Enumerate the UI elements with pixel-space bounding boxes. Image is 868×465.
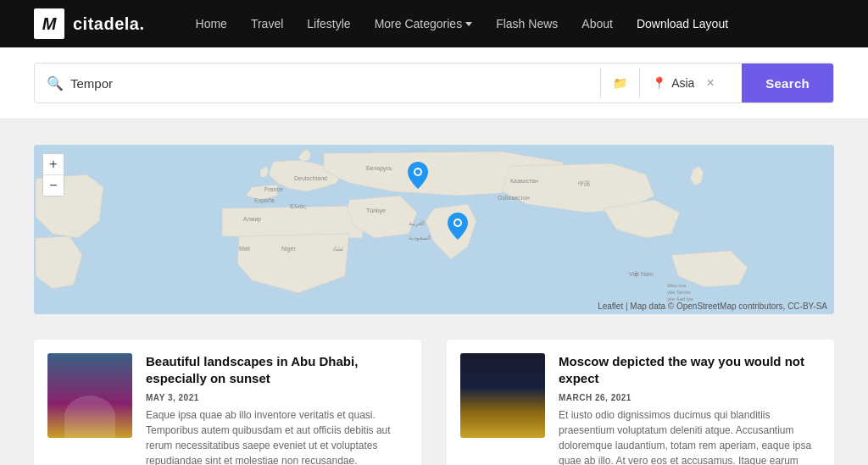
article-date-abu-dhabi: MAY 3, 2021: [146, 393, 199, 402]
search-button[interactable]: Search: [742, 64, 833, 102]
nav-label-more-categories: More Categories: [375, 17, 463, 30]
search-location[interactable]: 📍 Asia ×: [640, 75, 742, 91]
search-input[interactable]: [70, 68, 588, 99]
svg-text:Алжир: Алжир: [243, 216, 261, 223]
article-meta-abu-dhabi: MAY 3, 2021: [146, 393, 408, 402]
attribution-text: Leaflet | Map data © OpenStreetMap contr…: [598, 302, 827, 311]
svg-text:France: France: [264, 186, 283, 192]
article-thumbnail-moscow: [460, 353, 545, 438]
article-meta-moscow: MARCH 26, 2021: [559, 393, 821, 402]
article-body-moscow: Moscow depicted the way you would not ex…: [559, 353, 821, 465]
search-input-wrap: 🔍: [35, 68, 600, 99]
nav-item-travel[interactable]: Travel: [251, 17, 283, 30]
article-excerpt-moscow: Et iusto odio dignissimos ducimus qui bl…: [559, 407, 821, 465]
search-section: 🔍 📁 📍 Asia × Search: [0, 47, 868, 119]
article-excerpt-abu-dhabi: Eaque ipsa quae ab illo inventore verita…: [146, 407, 408, 465]
nav-item-download-layout[interactable]: Download Layout: [637, 17, 728, 30]
svg-text:Niger: Niger: [281, 246, 296, 252]
map-pin-1: [448, 213, 468, 243]
article-card-moscow[interactable]: Moscow depicted the way you would not ex…: [447, 340, 834, 465]
map-controls: + −: [42, 153, 64, 197]
svg-text:Deutschland: Deutschland: [294, 175, 327, 181]
article-body-abu-dhabi: Beautiful landscapes in Abu Dhabi, espec…: [146, 353, 408, 465]
logo-text: citadela.: [73, 14, 145, 34]
svg-text:تشاد: تشاد: [332, 246, 343, 252]
map-attribution: Leaflet | Map data © OpenStreetMap contr…: [598, 302, 827, 311]
chevron-down-icon: [465, 22, 472, 26]
search-category[interactable]: 📁: [601, 76, 639, 90]
article-card-abu-dhabi[interactable]: Beautiful landscapes in Abu Dhabi, espec…: [34, 340, 421, 465]
location-value: Asia: [671, 76, 694, 90]
logo[interactable]: M citadela.: [34, 8, 145, 39]
clear-location-button[interactable]: ×: [699, 75, 721, 91]
zoom-in-button[interactable]: +: [43, 154, 64, 174]
nav-item-home[interactable]: Home: [196, 17, 227, 30]
folder-icon: 📁: [613, 76, 627, 90]
article-thumbnail-abu-dhabi: [47, 353, 132, 438]
svg-text:Việt Nam: Việt Nam: [629, 271, 654, 278]
svg-text:Mou roa: Mou roa: [667, 283, 687, 288]
svg-text:中国: 中国: [578, 180, 590, 186]
svg-text:Озбекистон: Озбекистон: [498, 195, 530, 201]
logo-mark: M: [34, 8, 64, 39]
svg-text:Ελλάς: Ελλάς: [290, 203, 307, 210]
svg-point-23: [455, 220, 460, 225]
svg-text:yke Territo: yke Territo: [667, 290, 691, 295]
article-title-moscow[interactable]: Moscow depicted the way you would not ex…: [559, 353, 821, 386]
svg-text:العربية: العربية: [409, 220, 425, 227]
svg-text:السعودية: السعودية: [409, 235, 431, 241]
svg-text:España: España: [254, 197, 275, 204]
map-svg: Беларусь Deutschland France España Казах…: [34, 145, 834, 314]
nav-item-lifestyle[interactable]: Lifestyle: [307, 17, 350, 30]
svg-text:Türkiye: Türkiye: [366, 208, 386, 214]
svg-text:Казахстан: Казахстан: [510, 178, 538, 184]
article-date-moscow: MARCH 26, 2021: [559, 393, 632, 402]
zoom-out-button[interactable]: −: [43, 175, 64, 196]
svg-text:Mali: Mali: [239, 246, 250, 252]
main-content: Беларусь Deutschland France España Казах…: [0, 119, 868, 465]
location-pin-icon: 📍: [652, 76, 666, 90]
main-nav: HomeTravelLifestyleMore CategoriesFlash …: [196, 17, 834, 30]
search-icon: 🔍: [47, 75, 64, 91]
search-bar: 🔍 📁 📍 Asia × Search: [34, 63, 834, 103]
nav-item-flash-news[interactable]: Flash News: [496, 17, 558, 30]
svg-point-21: [415, 169, 420, 174]
nav-item-more-categories[interactable]: More Categories: [375, 17, 473, 30]
svg-text:Беларусь: Беларусь: [366, 165, 392, 172]
nav-item-about[interactable]: About: [581, 17, 613, 30]
map-pin-0: [408, 162, 428, 192]
map-container: Беларусь Deutschland France España Казах…: [34, 145, 834, 314]
site-header: M citadela. HomeTravelLifestyleMore Cate…: [0, 0, 868, 47]
articles-grid: Beautiful landscapes in Abu Dhabi, espec…: [34, 340, 834, 465]
article-title-abu-dhabi[interactable]: Beautiful landscapes in Abu Dhabi, espec…: [146, 353, 408, 386]
